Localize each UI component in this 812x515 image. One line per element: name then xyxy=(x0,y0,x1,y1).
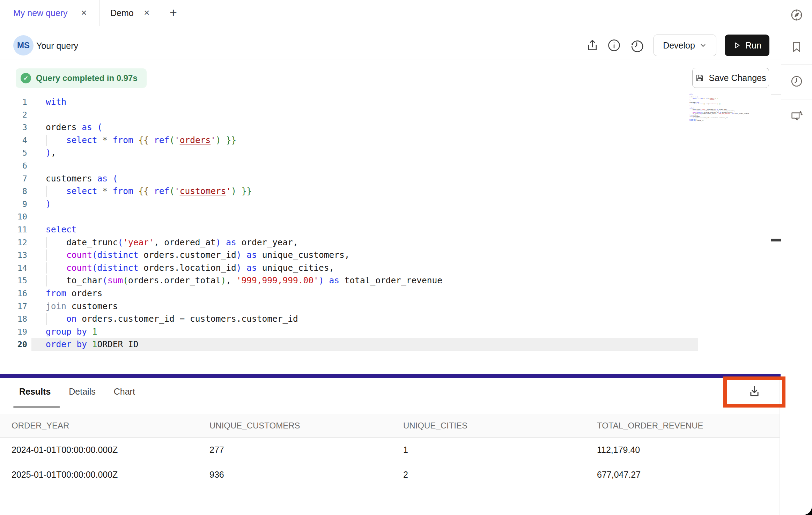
line-number: 8 xyxy=(0,185,27,198)
line-number: 9 xyxy=(0,198,27,211)
tab-bar: My new query✕Demo✕+ xyxy=(0,0,781,26)
code-line: 13 count(distinct orders.customer_id) as… xyxy=(0,249,768,262)
annotation-highlight-box xyxy=(723,376,785,408)
save-changes-button[interactable]: Save Changes xyxy=(692,68,769,88)
line-number: 16 xyxy=(0,287,27,300)
chevron-down-icon xyxy=(699,42,707,49)
code-line: 20order by 1ORDER_ID xyxy=(0,338,768,351)
table-cell: 2025-01-01T00:00:00.000Z xyxy=(0,462,198,487)
column-header: TOTAL_ORDER_REVENUE xyxy=(585,414,780,438)
results-tab-bar: ResultsDetailsChart xyxy=(19,387,135,397)
query-status-badge: ✓ Query completed in 0.97s xyxy=(16,68,147,88)
develop-dropdown[interactable]: Develop xyxy=(654,35,716,56)
editor-gutter-top xyxy=(771,94,781,95)
tab-my-new-query[interactable]: My new query✕ xyxy=(0,0,100,26)
history-icon[interactable] xyxy=(630,38,644,52)
compass-icon[interactable] xyxy=(790,8,803,23)
close-icon[interactable]: ✕ xyxy=(143,9,150,17)
ref-model-link[interactable]: customers xyxy=(180,186,226,196)
line-number: 18 xyxy=(0,313,27,326)
code-line: 9) xyxy=(0,198,768,211)
line-number: 3 xyxy=(0,121,27,134)
table-row: 2024-01-01T00:00:00.000Z2771112,179.40 xyxy=(0,438,780,462)
code-line: 14 count(distinct orders.location_id) as… xyxy=(0,262,768,275)
column-header: UNIQUE_CUSTOMERS xyxy=(198,414,392,438)
share-icon[interactable] xyxy=(585,38,599,52)
line-number: 19 xyxy=(0,326,27,338)
ref-model-link[interactable]: orders xyxy=(180,135,211,145)
status-message: Query completed in 0.97s xyxy=(36,73,138,83)
code-line: 18 on orders.customer_id = customers.cus… xyxy=(0,313,768,326)
code-line: 2 xyxy=(0,109,768,121)
info-icon[interactable] xyxy=(607,38,621,52)
play-icon xyxy=(733,41,741,50)
line-number: 13 xyxy=(0,249,27,262)
tab-label: My new query xyxy=(13,8,68,18)
code-line: 4 select * from {{ ref('orders') }} xyxy=(0,134,768,147)
code-line: 16from orders xyxy=(0,287,768,300)
chat-sparkle-icon[interactable] xyxy=(790,110,803,124)
column-header: UNIQUE_CITIES xyxy=(392,414,585,438)
bookmark-icon[interactable] xyxy=(790,40,803,55)
results-tab-results[interactable]: Results xyxy=(19,387,51,397)
minimap[interactable]: withorders as ( select * from {{ ref('or… xyxy=(689,94,749,125)
window-corner xyxy=(803,506,812,515)
line-number: 7 xyxy=(0,172,27,185)
table-bottom-line xyxy=(0,507,780,507)
panel-divider-bar[interactable] xyxy=(0,374,781,378)
line-number: 2 xyxy=(0,109,27,121)
editor-gutter xyxy=(771,94,771,374)
line-number: 10 xyxy=(0,210,27,223)
line-number: 6 xyxy=(0,159,27,172)
page-title: Your query xyxy=(36,41,78,51)
table-cell: 277 xyxy=(198,438,392,462)
code-line: 8 select * from {{ ref('customers') }} xyxy=(0,185,768,198)
line-number: 12 xyxy=(0,236,27,249)
code-line: 12 date_trunc('year', ordered_at) as ord… xyxy=(0,236,768,249)
code-line: 7customers as ( xyxy=(0,172,768,185)
table-cell: 112,179.40 xyxy=(585,438,780,462)
code-editor[interactable]: 1with23orders as (4 select * from {{ ref… xyxy=(0,96,768,351)
code-line: 5), xyxy=(0,147,768,159)
run-label: Run xyxy=(745,40,761,51)
line-number: 20 xyxy=(0,338,27,351)
save-changes-label: Save Changes xyxy=(709,73,766,83)
new-tab-button[interactable]: + xyxy=(170,7,177,19)
table-cell: 2024-01-01T00:00:00.000Z xyxy=(0,438,198,462)
history-clock-icon[interactable] xyxy=(790,75,803,89)
tab-demo[interactable]: Demo✕ xyxy=(100,0,161,26)
table-cell: 2 xyxy=(392,462,585,487)
column-header: ORDER_YEAR xyxy=(0,414,198,438)
line-number: 11 xyxy=(0,223,27,236)
right-sidebar xyxy=(781,0,812,515)
table-cell: 936 xyxy=(198,462,392,487)
results-table-header: ORDER_YEARUNIQUE_CUSTOMERSUNIQUE_CITIEST… xyxy=(0,414,780,438)
code-line: 15 to_char(sum(orders.order_total), '999… xyxy=(0,274,768,287)
code-line: 19group by 1 xyxy=(0,326,768,338)
results-tab-chart[interactable]: Chart xyxy=(114,387,135,397)
line-number: 1 xyxy=(0,96,27,109)
line-number: 4 xyxy=(0,134,27,147)
code-line: 11select xyxy=(0,223,768,236)
code-line: 3orders as ( xyxy=(0,121,768,134)
line-number: 17 xyxy=(0,300,27,313)
develop-label: Develop xyxy=(663,40,695,51)
table-cell: 677,047.27 xyxy=(585,462,780,487)
code-line: 6 xyxy=(0,159,768,172)
table-cell: 1 xyxy=(392,438,585,462)
check-circle-icon: ✓ xyxy=(21,73,31,83)
avatar: MS xyxy=(13,35,34,55)
line-number: 5 xyxy=(0,147,27,159)
save-icon xyxy=(695,73,704,83)
editor-scrollbar-thumb[interactable] xyxy=(771,239,781,241)
close-icon[interactable]: ✕ xyxy=(81,9,87,17)
line-number: 15 xyxy=(0,274,27,287)
tab-label: Demo xyxy=(110,8,134,18)
active-tab-underline xyxy=(13,406,60,408)
query-ide-window: My new query✕Demo✕+ MS Your query Develo… xyxy=(0,0,812,515)
run-button[interactable]: Run xyxy=(725,35,769,56)
table-row: 2025-01-01T00:00:00.000Z9362677,047.27 xyxy=(0,462,780,487)
code-line: 1with xyxy=(0,96,768,109)
results-table: ORDER_YEARUNIQUE_CUSTOMERSUNIQUE_CITIEST… xyxy=(0,414,780,487)
results-tab-details[interactable]: Details xyxy=(69,387,95,397)
